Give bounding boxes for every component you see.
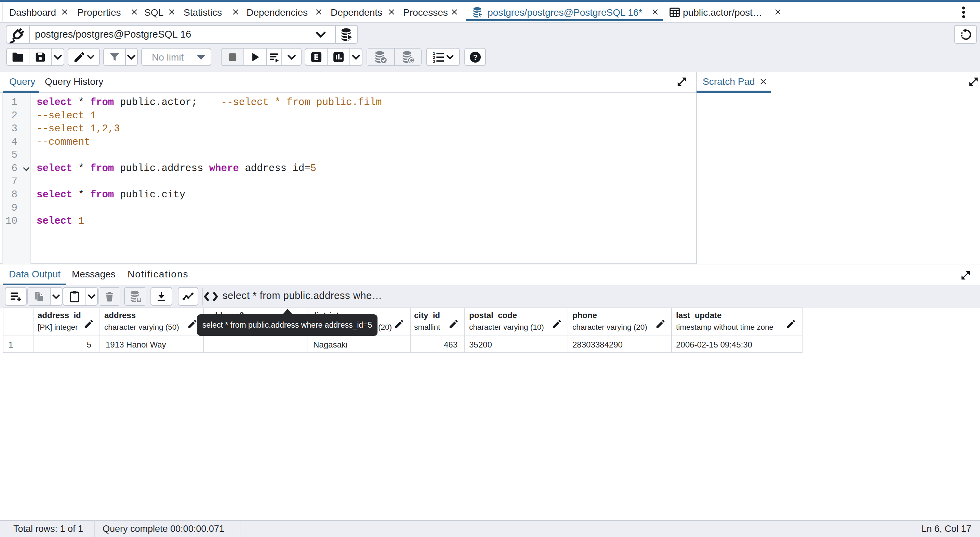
svg-text:3: 3: [433, 59, 435, 63]
svg-text:?: ?: [473, 53, 478, 62]
